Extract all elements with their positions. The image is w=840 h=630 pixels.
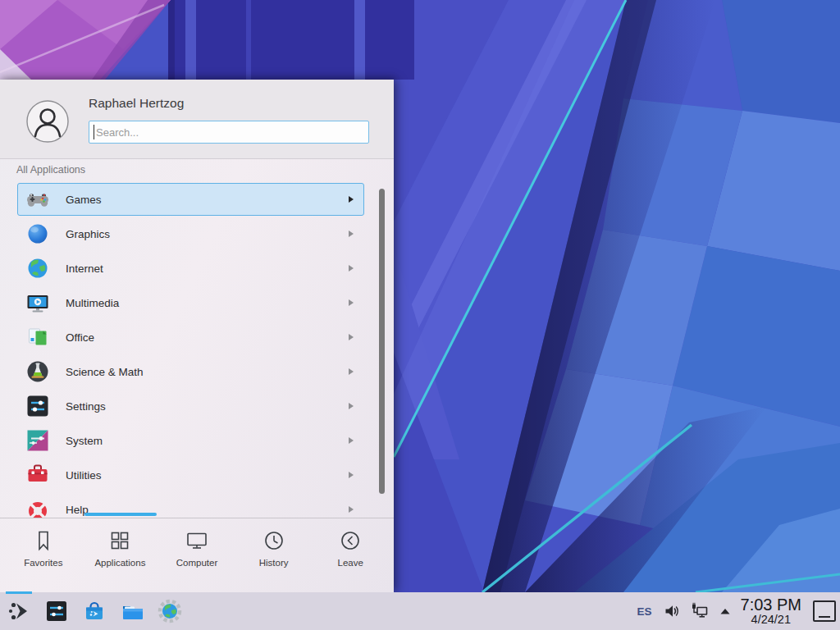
documents-icon — [25, 324, 51, 350]
expand-tray-arrow-icon — [719, 605, 732, 618]
submenu-arrow-icon — [349, 231, 354, 237]
tab-leave[interactable]: Leave — [313, 529, 387, 568]
discover-button[interactable] — [82, 599, 107, 623]
toolbox-icon — [25, 462, 51, 488]
submenu-arrow-icon — [349, 334, 354, 340]
keyboard-layout-indicator[interactable]: ES — [637, 605, 652, 618]
submenu-arrow-icon — [349, 506, 354, 513]
menu-item-internet[interactable]: Internet — [17, 252, 364, 285]
menu-item-settings[interactable]: Settings — [17, 390, 364, 422]
tab-label: History — [259, 558, 289, 568]
network-button[interactable] — [690, 602, 710, 620]
volume-button[interactable] — [663, 602, 681, 620]
system-sliders-icon — [25, 427, 51, 454]
submenu-arrow-icon — [349, 299, 354, 306]
text-caret — [94, 125, 94, 139]
system-tray: ES — [637, 596, 840, 626]
tab-label: Leave — [338, 558, 363, 568]
menu-item-label: Office — [66, 331, 94, 344]
bookmark-icon — [32, 529, 55, 552]
show-desktop-icon — [812, 600, 837, 623]
system-settings-icon — [44, 599, 69, 623]
scrollbar[interactable] — [379, 189, 385, 494]
tab-history[interactable]: History — [237, 529, 311, 568]
submenu-arrow-icon — [349, 403, 354, 409]
volume-icon — [663, 602, 681, 620]
menu-item-label: Multimedia — [66, 297, 119, 309]
blue-folder-icon — [120, 599, 144, 623]
discover-bag-icon — [82, 599, 107, 623]
clock-icon — [262, 529, 285, 552]
file-manager-button[interactable] — [120, 599, 144, 623]
active-task-indicator — [6, 591, 32, 594]
application-launcher-menu: Raphael Hertzog All Applications Games — [0, 80, 394, 592]
clock-time: 7:03 PM — [741, 596, 801, 614]
tab-label: Favorites — [24, 558, 62, 568]
launcher-tab-bar: Favorites Applications Computer — [0, 518, 394, 592]
taskbar-panel: ES — [0, 592, 840, 630]
leave-circle-icon — [339, 529, 362, 552]
user-avatar-icon[interactable] — [26, 100, 69, 143]
system-settings-button[interactable] — [44, 599, 69, 623]
menu-item-label: Graphics — [66, 228, 110, 240]
application-launcher-button[interactable] — [7, 599, 31, 623]
menu-item-science-math[interactable]: Science & Math — [17, 355, 364, 388]
gamepad-icon — [25, 186, 51, 212]
globe-icon — [25, 255, 51, 281]
web-browser-button[interactable] — [158, 599, 182, 623]
tab-applications[interactable]: Applications — [83, 529, 157, 568]
tab-favorites[interactable]: Favorites — [7, 529, 80, 568]
menu-item-label: System — [66, 435, 103, 447]
menu-item-utilities[interactable]: Utilities — [17, 459, 364, 491]
clock-date: 4/24/21 — [741, 614, 801, 626]
menu-item-graphics[interactable]: Graphics — [17, 217, 364, 250]
monitor-icon — [185, 529, 208, 552]
submenu-arrow-icon — [349, 437, 354, 444]
expand-tray-button[interactable] — [719, 605, 732, 618]
tab-label: Applications — [94, 558, 145, 568]
sliders-icon — [25, 393, 51, 419]
user-name: Raphael Hertzog — [89, 96, 184, 111]
menu-item-office[interactable]: Office — [17, 321, 364, 354]
menu-item-system[interactable]: System — [17, 424, 364, 457]
menu-item-label: Internet — [66, 262, 103, 275]
menu-item-label: Science & Math — [66, 366, 144, 378]
desktop: Raphael Hertzog All Applications Games — [0, 0, 840, 630]
submenu-arrow-icon — [349, 196, 354, 203]
media-monitor-icon — [25, 290, 51, 316]
menu-item-label: Settings — [66, 400, 106, 413]
lifebuoy-icon — [25, 496, 51, 518]
submenu-arrow-icon — [349, 265, 354, 272]
submenu-arrow-icon — [349, 368, 354, 375]
menu-item-multimedia[interactable]: Multimedia — [17, 286, 364, 319]
show-desktop-button[interactable] — [812, 600, 837, 623]
tab-label: Computer — [176, 558, 218, 568]
menu-item-games[interactable]: Games — [17, 183, 364, 216]
section-label: All Applications — [16, 164, 85, 176]
active-tab-indicator — [84, 513, 157, 516]
paint-sphere-icon — [25, 221, 51, 247]
tab-computer[interactable]: Computer — [160, 529, 234, 568]
app-grid-icon — [108, 529, 131, 552]
menu-item-label: Games — [66, 194, 102, 206]
flask-icon — [25, 358, 51, 385]
network-icon — [690, 602, 710, 620]
category-list: Games Graphics — [0, 179, 394, 518]
globe-gear-icon — [158, 599, 182, 623]
digital-clock[interactable]: 7:03 PM 4/24/21 — [741, 596, 801, 626]
search-input[interactable] — [89, 121, 369, 144]
kde-launcher-icon — [7, 599, 31, 623]
menu-item-label: Utilities — [66, 469, 102, 482]
menu-item-help[interactable]: Help — [17, 493, 364, 518]
submenu-arrow-icon — [349, 472, 354, 478]
